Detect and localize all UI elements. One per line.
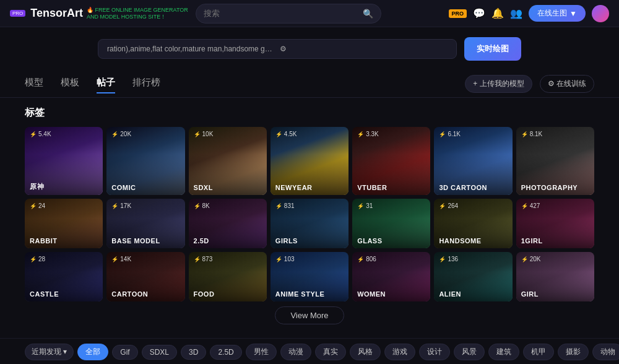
tab-posts[interactable]: 帖子 — [97, 77, 115, 91]
search-icon[interactable]: 🔍 — [363, 9, 373, 19]
tag-card-3d-cartoon[interactable]: 6.1K3D CARTOON — [434, 127, 512, 195]
tag-card-sdxl[interactable]: 10KSDXL — [189, 127, 267, 195]
filter-tag-设计[interactable]: 设计 — [419, 344, 450, 360]
tag-card-label: HANDSOME — [439, 237, 481, 245]
header-right: PRO 💬 🔔 👥 在线生图 ▼ — [449, 5, 609, 22]
filter-tag-男性[interactable]: 男性 — [246, 344, 277, 360]
tag-card-vtuber[interactable]: 3.3KVTUBER — [352, 127, 430, 195]
filter-tag-建筑[interactable]: 建筑 — [488, 344, 519, 360]
tag-card-label: ANIME STYLE — [275, 290, 324, 298]
logo-area: PRO TensorArt 🔥 FREE ONLINE IMAGE GENERA… — [10, 7, 188, 20]
tag-card-glass[interactable]: 31GLASS — [352, 199, 430, 248]
live-button[interactable]: 在线生图 ▼ — [529, 5, 586, 22]
tag-card-cartoon[interactable]: 14KCARTOON — [106, 252, 184, 301]
tag-card-count: 873 — [194, 256, 213, 262]
tag-card-count: 14K — [111, 256, 131, 262]
view-more-button[interactable]: View More — [275, 306, 344, 324]
tag-card-photography[interactable]: 8.1KPHOTOGRAPHY — [516, 127, 594, 195]
discord-icon[interactable]: 💬 — [473, 7, 485, 19]
filter-tag-Gif[interactable]: Gif — [112, 345, 137, 360]
tag-card-label: BASE MODEL — [111, 237, 160, 245]
nav-actions: + 上传我的模型 ⚙ 在线训练 — [465, 75, 594, 93]
avatar[interactable] — [592, 5, 609, 22]
tag-card-alien[interactable]: 136ALIEN — [434, 252, 512, 301]
live-btn-label: 在线生图 — [537, 8, 567, 19]
tag-card-anime-style[interactable]: 103ANIME STYLE — [271, 252, 348, 301]
tag-card-label: 2.5D — [194, 237, 209, 245]
tag-card-1girl[interactable]: 4271GIRL — [516, 199, 594, 248]
tag-card-girls[interactable]: 831GIRLS — [271, 199, 348, 248]
tag-card-label: SDXL — [194, 184, 213, 191]
logo-text: TensorArt — [30, 7, 83, 20]
notification-icon[interactable]: 🔔 — [491, 7, 504, 19]
filter-tag-机甲[interactable]: 机甲 — [523, 344, 554, 360]
tag-card-count: 3.3K — [357, 131, 379, 137]
tag-card-food[interactable]: 873FOOD — [189, 252, 267, 301]
tag-card-label: WOMEN — [357, 290, 386, 298]
filter-tag-动物[interactable]: 动物 — [592, 344, 619, 360]
prompt-bar: ration),anime,flat color,mature man,hand… — [0, 27, 619, 71]
tag-card-label: CASTLE — [30, 290, 59, 298]
tag-card-women[interactable]: 806WOMEN — [352, 252, 430, 301]
tag-card-count: 5.4K — [30, 131, 51, 137]
tag-card-base-model[interactable]: 17KBASE MODEL — [106, 199, 184, 248]
tag-card-girl[interactable]: 20KGIRL — [516, 252, 594, 301]
tag-card-handsome[interactable]: 264HANDSOME — [434, 199, 512, 248]
tag-card-count: 4.5K — [275, 131, 297, 137]
tag-card-count: 17K — [111, 202, 131, 209]
tab-ranking[interactable]: 排行榜 — [132, 77, 160, 91]
view-more-wrap: View More — [25, 306, 594, 324]
tag-card-newyear[interactable]: 4.5KNEWYEAR — [271, 127, 348, 195]
filter-bar: 近期发现 ▾全部GifSDXL3D2.5D男性动漫真实风格游戏设计风景建筑机甲摄… — [0, 338, 619, 364]
pro-tag: PRO — [10, 10, 25, 17]
tag-card-count: 831 — [275, 202, 295, 209]
tag-card-castle[interactable]: 28CASTLE — [25, 252, 103, 301]
filter-dropdown[interactable]: 近期发现 ▾ — [25, 344, 74, 360]
tag-card-count: 103 — [275, 256, 295, 262]
filter-tag-3D[interactable]: 3D — [181, 345, 206, 360]
tag-card-label: CARTOON — [111, 290, 148, 298]
search-bar[interactable]: 🔍 — [196, 4, 381, 24]
filter-tag-摄影[interactable]: 摄影 — [558, 344, 589, 360]
tab-model[interactable]: 模型 — [25, 77, 43, 91]
filter-tag-风格[interactable]: 风格 — [350, 344, 381, 360]
tag-card-label: 3D CARTOON — [439, 184, 487, 191]
filter-tag-游戏[interactable]: 游戏 — [384, 344, 415, 360]
tags-section-title: 标签 — [25, 106, 594, 119]
tag-card-count: 24 — [30, 202, 45, 209]
filter-tag-全部[interactable]: 全部 — [77, 344, 108, 360]
tag-card-comic[interactable]: 20KCOMIC — [106, 127, 184, 195]
prompt-input-wrap[interactable]: ration),anime,flat color,mature man,hand… — [98, 39, 457, 59]
tag-card-count: 264 — [439, 202, 458, 209]
search-input[interactable] — [204, 9, 358, 18]
tab-template[interactable]: 模板 — [61, 77, 79, 91]
tag-card-count: 8K — [194, 202, 210, 209]
tag-card-2.5d[interactable]: 8K2.5D — [189, 199, 267, 248]
users-icon[interactable]: 👥 — [510, 7, 522, 19]
filter-tag-风景[interactable]: 风景 — [454, 344, 485, 360]
tag-card-count: 136 — [439, 256, 458, 262]
tag-grid-row2: 24RABBIT17KBASE MODEL8K2.5D831GIRLS31GLA… — [25, 199, 594, 248]
header: PRO TensorArt 🔥 FREE ONLINE IMAGE GENERA… — [0, 0, 619, 27]
tag-card-原神[interactable]: 5.4K原神 — [25, 127, 103, 195]
filter-tag-动漫[interactable]: 动漫 — [280, 344, 311, 360]
tag-card-label: COMIC — [111, 184, 136, 191]
tag-card-count: 20K — [521, 256, 541, 262]
nav-tabs: 模型 模板 帖子 排行榜 + 上传我的模型 ⚙ 在线训练 — [0, 71, 619, 98]
filter-tag-真实[interactable]: 真实 — [315, 344, 346, 360]
upload-model-button[interactable]: + 上传我的模型 — [465, 75, 532, 93]
filter-tag-SDXL[interactable]: SDXL — [142, 345, 177, 360]
tag-card-label: NEWYEAR — [275, 184, 313, 191]
draw-button[interactable]: 实时绘图 — [464, 37, 521, 61]
tag-card-count: 20K — [111, 131, 131, 137]
free-badge: 🔥 FREE ONLINE IMAGE GENERATOR AND MODEL … — [87, 7, 188, 20]
online-train-button[interactable]: ⚙ 在线训练 — [540, 75, 594, 93]
tag-card-label: VTUBER — [357, 184, 387, 191]
tag-card-label: GIRL — [521, 290, 539, 298]
filter-tag-2.5D[interactable]: 2.5D — [210, 345, 241, 360]
tag-card-rabbit[interactable]: 24RABBIT — [25, 199, 103, 248]
tag-card-label: FOOD — [194, 290, 215, 298]
tag-card-count: 6.1K — [439, 131, 461, 137]
tag-card-count: 28 — [30, 256, 45, 262]
settings-icon[interactable]: ⚙ — [280, 45, 448, 53]
